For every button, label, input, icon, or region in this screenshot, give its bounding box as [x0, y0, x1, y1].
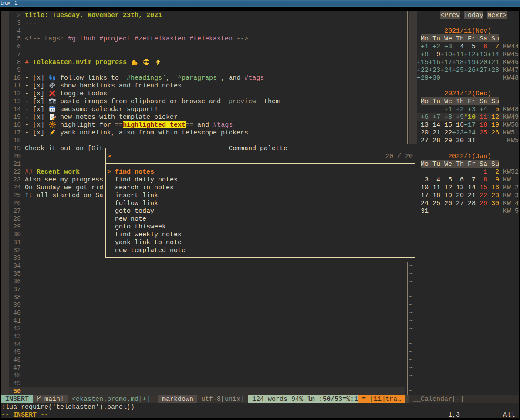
- svg-text:17: 17: [51, 108, 54, 112]
